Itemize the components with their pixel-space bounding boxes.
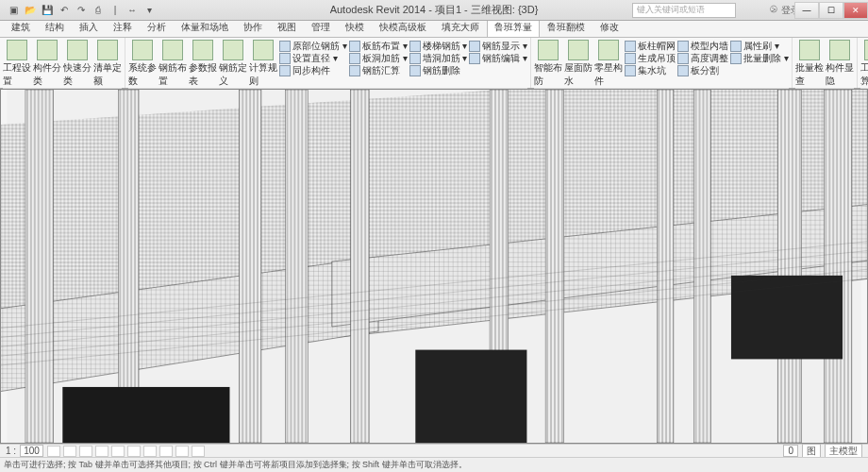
- ribbon-button-label: 快速分类: [63, 61, 92, 88]
- ribbon-button-label: 屋面防水: [564, 61, 593, 88]
- ribbon-button-icon: [799, 40, 820, 60]
- close-button[interactable]: ✕: [843, 2, 868, 19]
- ribbon-small-icon: [730, 53, 742, 64]
- redo-icon[interactable]: ↷: [74, 3, 89, 18]
- ribbon-small-label: 板洞加筋 ▾: [362, 52, 408, 65]
- ribbon-small-button[interactable]: 墙洞加筋 ▾: [409, 52, 468, 64]
- ribbon-small-icon: [349, 53, 360, 64]
- ribbon-small-button[interactable]: 板柱帽网: [625, 40, 676, 52]
- ribbon-small-button[interactable]: 集水坑: [625, 64, 676, 76]
- ribbon-button[interactable]: 零星构件: [594, 40, 623, 88]
- reveal-icon[interactable]: [175, 446, 189, 457]
- ribbon-small-button[interactable]: 钢筋汇算: [349, 64, 408, 76]
- ribbon-small-button[interactable]: 板筋布置 ▾: [349, 40, 408, 52]
- ribbon-small-icon: [677, 41, 689, 52]
- temp-hide-icon[interactable]: [192, 446, 205, 457]
- print-icon[interactable]: ⎙: [91, 3, 106, 18]
- svg-rect-22: [62, 387, 229, 443]
- measure-icon[interactable]: ↔: [125, 3, 140, 18]
- ribbon-button[interactable]: 工程计算: [860, 40, 868, 88]
- ribbon-small-button[interactable]: 钢筋删除: [409, 64, 468, 76]
- qat-dropdown-icon[interactable]: ▾: [142, 3, 157, 18]
- visual-style-icon[interactable]: [63, 446, 76, 457]
- ribbon-small-icon: [279, 65, 291, 76]
- ribbon-button[interactable]: 智能布防: [534, 40, 562, 88]
- ribbon-small-button[interactable]: 钢筋编辑 ▾: [469, 52, 527, 64]
- status-hint: 单击可进行选择; 按 Tab 键并单击可选择其他项目; 按 Ctrl 键并单击可…: [0, 457, 868, 472]
- ribbon-small-button[interactable]: 原部位钢筋 ▾: [279, 40, 347, 52]
- ribbon-small-button[interactable]: 钢筋显示 ▾: [469, 40, 527, 52]
- ribbon-small-button[interactable]: 板洞加筋 ▾: [349, 52, 408, 64]
- subscription-icon[interactable]: ⧁: [770, 4, 777, 17]
- ribbon-button[interactable]: 清单定额: [93, 40, 122, 88]
- ribbon-button[interactable]: 参数报表: [189, 40, 217, 88]
- save-icon[interactable]: 💾: [40, 3, 55, 18]
- ribbon-small-icon: [625, 41, 636, 52]
- ribbon-button[interactable]: 批量检查: [795, 40, 824, 88]
- detail-level-icon[interactable]: [47, 446, 60, 457]
- ribbon-small-button[interactable]: 批量删除 ▾: [730, 52, 789, 64]
- ribbon-small-label: 墙洞加筋 ▾: [423, 52, 468, 65]
- ribbon-button-label: 构件显隐: [826, 61, 854, 88]
- ribbon-button[interactable]: 构件显隐: [826, 40, 854, 88]
- lock-icon[interactable]: [159, 446, 173, 457]
- svg-rect-15: [545, 90, 564, 443]
- ribbon-panel: 智能布防屋面防水零星构件板柱帽网生成吊顶集水坑模型内墙高度调整板分割属性刷 ▾批…: [531, 38, 793, 88]
- ribbon-button-label: 工程设置: [3, 61, 31, 88]
- open-icon[interactable]: 📂: [23, 3, 38, 18]
- ribbon-button[interactable]: 钢筋定义: [219, 40, 247, 88]
- ribbon-button[interactable]: 计算规则: [249, 40, 277, 88]
- minimize-button[interactable]: —: [794, 2, 819, 19]
- svg-rect-9: [25, 90, 54, 443]
- undo-icon[interactable]: ↶: [57, 3, 72, 18]
- ribbon-button-label: 钢筋定义: [219, 61, 247, 88]
- svg-rect-17: [694, 90, 711, 443]
- ribbon-button-icon: [598, 40, 619, 60]
- ribbon-button[interactable]: 屋面防水: [564, 40, 593, 88]
- ribbon-small-button[interactable]: 属性刷 ▾: [730, 40, 789, 52]
- ribbon-small-button[interactable]: 模型内墙: [677, 40, 728, 52]
- ribbon-button-icon: [829, 40, 850, 60]
- ribbon-small-icon: [677, 53, 689, 64]
- app-menu-icon[interactable]: ▣: [6, 3, 21, 18]
- ribbon-small-label: 批量删除 ▾: [743, 52, 789, 65]
- ribbon-small-button[interactable]: 板分割: [677, 64, 728, 76]
- ribbon-small-label: 板分割: [691, 64, 719, 77]
- ribbon-small-button[interactable]: 设置直径 ▾: [279, 52, 347, 64]
- ribbon-small-button[interactable]: 同步构件: [279, 64, 347, 76]
- rendering-icon[interactable]: [111, 446, 125, 457]
- ribbon-small-icon: [730, 41, 742, 52]
- search-input[interactable]: 键入关键词或短语: [632, 3, 736, 18]
- ribbon-button[interactable]: 钢筋布置: [159, 40, 187, 88]
- svg-rect-20: [415, 350, 526, 443]
- ribbon-small-label: 集水坑: [638, 64, 666, 77]
- ribbon-button[interactable]: 系统参数: [128, 40, 157, 88]
- ribbon-button-icon: [253, 40, 274, 60]
- ribbon-small-button[interactable]: 楼梯钢筋 ▾: [409, 40, 468, 52]
- ribbon-button-label: 智能布防: [534, 61, 562, 88]
- crop-region-icon[interactable]: [143, 446, 157, 457]
- ribbon-small-button[interactable]: 高度调整: [677, 52, 728, 64]
- ribbon-small-label: 板柱帽网: [638, 40, 676, 53]
- ribbon-button[interactable]: 工程设置: [3, 40, 31, 88]
- ribbon-button[interactable]: 构件分类: [33, 40, 61, 88]
- ribbon-button-icon: [538, 40, 559, 60]
- sun-path-icon[interactable]: [79, 446, 92, 457]
- window-title: Autodesk Revit 2014 - 项目1 - 三维视图: {3D}: [330, 3, 539, 17]
- ribbon: 工程设置构件分类快速分类清单定额设置系统参数钢筋布置参数报表钢筋定义计算规则原部…: [0, 38, 868, 89]
- workset-indicator[interactable]: 0: [783, 445, 798, 457]
- crop-icon[interactable]: [127, 446, 141, 457]
- ribbon-small-button[interactable]: 生成吊顶: [625, 52, 676, 64]
- ribbon-button-label: 构件分类: [33, 61, 61, 88]
- ribbon-small-icon: [409, 53, 421, 64]
- maximize-button[interactable]: ☐: [819, 2, 843, 19]
- scale-value[interactable]: 100: [20, 445, 43, 457]
- ribbon-small-icon: [279, 41, 291, 52]
- ribbon-button-icon: [223, 40, 243, 60]
- 3d-viewport[interactable]: [0, 89, 868, 444]
- ribbon-button[interactable]: 快速分类: [63, 40, 92, 88]
- title-bar: ▣ 📂 💾 ↶ ↷ ⎙ | ↔ ▾ Autodesk Revit 2014 - …: [0, 0, 868, 21]
- shadows-icon[interactable]: [95, 446, 108, 457]
- ribbon-button-icon: [132, 40, 153, 60]
- ribbon-small-icon: [279, 53, 291, 64]
